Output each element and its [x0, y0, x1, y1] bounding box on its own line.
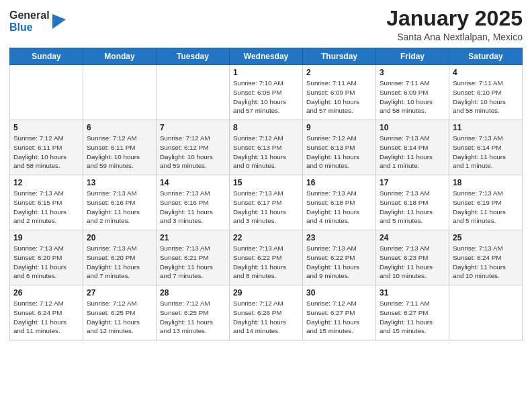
day-number: 13 — [87, 178, 152, 187]
calendar-header-row: SundayMondayTuesdayWednesdayThursdayFrid… — [10, 48, 523, 65]
day-info: Sunrise: 7:12 AMSunset: 6:13 PMDaylight:… — [233, 134, 299, 171]
day-number: 23 — [306, 233, 372, 242]
calendar-day-cell: 11Sunrise: 7:13 AMSunset: 6:14 PMDayligh… — [449, 120, 523, 175]
day-number: 8 — [233, 123, 299, 132]
day-number: 14 — [160, 178, 226, 187]
day-number: 22 — [233, 233, 299, 242]
calendar-day-header: Sunday — [10, 48, 83, 65]
day-info: Sunrise: 7:13 AMSunset: 6:20 PMDaylight:… — [87, 244, 152, 281]
calendar-day-cell: 15Sunrise: 7:13 AMSunset: 6:17 PMDayligh… — [230, 175, 303, 230]
calendar-week-row: 5Sunrise: 7:12 AMSunset: 6:11 PMDaylight… — [10, 120, 523, 175]
calendar-day-cell: 31Sunrise: 7:11 AMSunset: 6:27 PMDayligh… — [376, 285, 449, 340]
logo: General Blue — [9, 9, 66, 33]
day-info: Sunrise: 7:11 AMSunset: 6:09 PMDaylight:… — [380, 79, 445, 116]
day-number: 6 — [87, 123, 152, 132]
calendar-day-cell: 5Sunrise: 7:12 AMSunset: 6:11 PMDaylight… — [10, 120, 83, 175]
calendar-day-cell: 25Sunrise: 7:13 AMSunset: 6:24 PMDayligh… — [449, 230, 523, 285]
day-info: Sunrise: 7:13 AMSunset: 6:22 PMDaylight:… — [233, 244, 299, 281]
calendar-day-cell — [157, 65, 230, 120]
day-info: Sunrise: 7:13 AMSunset: 6:23 PMDaylight:… — [380, 244, 445, 281]
day-info: Sunrise: 7:12 AMSunset: 6:26 PMDaylight:… — [233, 299, 299, 336]
calendar-day-cell: 8Sunrise: 7:12 AMSunset: 6:13 PMDaylight… — [230, 120, 303, 175]
title-block: January 2025 Santa Ana Nextlalpan, Mexic… — [386, 7, 523, 42]
day-info: Sunrise: 7:12 AMSunset: 6:25 PMDaylight:… — [87, 299, 152, 336]
day-info: Sunrise: 7:12 AMSunset: 6:27 PMDaylight:… — [306, 299, 372, 336]
calendar-day-cell: 2Sunrise: 7:11 AMSunset: 6:09 PMDaylight… — [303, 65, 376, 120]
day-info: Sunrise: 7:12 AMSunset: 6:13 PMDaylight:… — [306, 134, 372, 171]
calendar-day-cell — [10, 65, 83, 120]
day-info: Sunrise: 7:13 AMSunset: 6:14 PMDaylight:… — [380, 134, 445, 171]
day-info: Sunrise: 7:13 AMSunset: 6:17 PMDaylight:… — [233, 189, 299, 226]
day-number: 16 — [306, 178, 372, 187]
day-number: 5 — [13, 123, 79, 132]
day-info: Sunrise: 7:13 AMSunset: 6:18 PMDaylight:… — [306, 189, 372, 226]
day-info: Sunrise: 7:13 AMSunset: 6:14 PMDaylight:… — [453, 134, 519, 171]
calendar-day-cell: 29Sunrise: 7:12 AMSunset: 6:26 PMDayligh… — [230, 285, 303, 340]
calendar-day-cell: 17Sunrise: 7:13 AMSunset: 6:18 PMDayligh… — [376, 175, 449, 230]
calendar-day-cell: 20Sunrise: 7:13 AMSunset: 6:20 PMDayligh… — [83, 230, 157, 285]
calendar-day-cell: 30Sunrise: 7:12 AMSunset: 6:27 PMDayligh… — [303, 285, 376, 340]
day-info: Sunrise: 7:13 AMSunset: 6:16 PMDaylight:… — [160, 189, 226, 226]
calendar-day-cell: 21Sunrise: 7:13 AMSunset: 6:21 PMDayligh… — [157, 230, 230, 285]
day-info: Sunrise: 7:13 AMSunset: 6:15 PMDaylight:… — [13, 189, 79, 226]
calendar-day-cell — [449, 285, 523, 340]
day-number: 3 — [380, 68, 445, 77]
day-info: Sunrise: 7:13 AMSunset: 6:18 PMDaylight:… — [380, 189, 445, 226]
month-title: January 2025 — [386, 7, 523, 30]
calendar-week-row: 19Sunrise: 7:13 AMSunset: 6:20 PMDayligh… — [10, 230, 523, 285]
calendar-day-cell: 16Sunrise: 7:13 AMSunset: 6:18 PMDayligh… — [303, 175, 376, 230]
day-info: Sunrise: 7:12 AMSunset: 6:11 PMDaylight:… — [13, 134, 79, 171]
calendar-week-row: 12Sunrise: 7:13 AMSunset: 6:15 PMDayligh… — [10, 175, 523, 230]
logo-blue-text: Blue — [9, 21, 50, 34]
calendar-day-cell: 7Sunrise: 7:12 AMSunset: 6:12 PMDaylight… — [157, 120, 230, 175]
logo-icon — [52, 14, 66, 29]
day-info: Sunrise: 7:13 AMSunset: 6:21 PMDaylight:… — [160, 244, 226, 281]
day-info: Sunrise: 7:13 AMSunset: 6:19 PMDaylight:… — [453, 189, 519, 226]
day-number: 29 — [233, 288, 299, 298]
day-info: Sunrise: 7:13 AMSunset: 6:16 PMDaylight:… — [87, 189, 152, 226]
day-number: 27 — [87, 288, 152, 298]
svg-marker-0 — [52, 14, 66, 29]
header: General Blue January 2025 Santa Ana Next… — [9, 7, 523, 42]
day-number: 11 — [453, 123, 519, 132]
day-info: Sunrise: 7:11 AMSunset: 6:09 PMDaylight:… — [306, 79, 372, 116]
calendar-day-header: Monday — [83, 48, 157, 65]
calendar-day-cell: 1Sunrise: 7:10 AMSunset: 6:08 PMDaylight… — [230, 65, 303, 120]
calendar-day-cell: 6Sunrise: 7:12 AMSunset: 6:11 PMDaylight… — [83, 120, 157, 175]
day-info: Sunrise: 7:10 AMSunset: 6:08 PMDaylight:… — [233, 79, 299, 116]
calendar-day-header: Tuesday — [157, 48, 230, 65]
page: General Blue January 2025 Santa Ana Next… — [0, 0, 532, 411]
calendar-day-cell: 4Sunrise: 7:11 AMSunset: 6:10 PMDaylight… — [449, 65, 523, 120]
day-number: 25 — [453, 233, 519, 242]
calendar-day-cell: 23Sunrise: 7:13 AMSunset: 6:22 PMDayligh… — [303, 230, 376, 285]
day-number: 21 — [160, 233, 226, 242]
day-number: 28 — [160, 288, 226, 298]
day-number: 20 — [87, 233, 152, 242]
day-number: 1 — [233, 68, 299, 77]
day-number: 24 — [380, 233, 445, 242]
calendar-week-row: 1Sunrise: 7:10 AMSunset: 6:08 PMDaylight… — [10, 65, 523, 120]
calendar-table: SundayMondayTuesdayWednesdayThursdayFrid… — [9, 48, 523, 340]
calendar-day-header: Thursday — [303, 48, 376, 65]
logo-general-text: General — [9, 9, 50, 21]
day-info: Sunrise: 7:12 AMSunset: 6:12 PMDaylight:… — [160, 134, 226, 171]
calendar-day-header: Saturday — [449, 48, 523, 65]
day-number: 4 — [453, 68, 519, 77]
calendar-day-header: Friday — [376, 48, 449, 65]
calendar-day-cell: 3Sunrise: 7:11 AMSunset: 6:09 PMDaylight… — [376, 65, 449, 120]
day-info: Sunrise: 7:12 AMSunset: 6:11 PMDaylight:… — [87, 134, 152, 171]
day-number: 26 — [13, 288, 79, 298]
day-number: 7 — [160, 123, 226, 132]
day-info: Sunrise: 7:11 AMSunset: 6:10 PMDaylight:… — [453, 79, 519, 116]
day-number: 31 — [380, 288, 445, 298]
calendar-day-cell: 27Sunrise: 7:12 AMSunset: 6:25 PMDayligh… — [83, 285, 157, 340]
day-number: 10 — [380, 123, 445, 132]
calendar-day-cell: 12Sunrise: 7:13 AMSunset: 6:15 PMDayligh… — [10, 175, 83, 230]
calendar-day-cell: 13Sunrise: 7:13 AMSunset: 6:16 PMDayligh… — [83, 175, 157, 230]
calendar-day-cell: 24Sunrise: 7:13 AMSunset: 6:23 PMDayligh… — [376, 230, 449, 285]
day-info: Sunrise: 7:12 AMSunset: 6:25 PMDaylight:… — [160, 299, 226, 336]
calendar-day-cell: 18Sunrise: 7:13 AMSunset: 6:19 PMDayligh… — [449, 175, 523, 230]
day-number: 30 — [306, 288, 372, 298]
calendar-day-cell: 28Sunrise: 7:12 AMSunset: 6:25 PMDayligh… — [157, 285, 230, 340]
day-number: 9 — [306, 123, 372, 132]
